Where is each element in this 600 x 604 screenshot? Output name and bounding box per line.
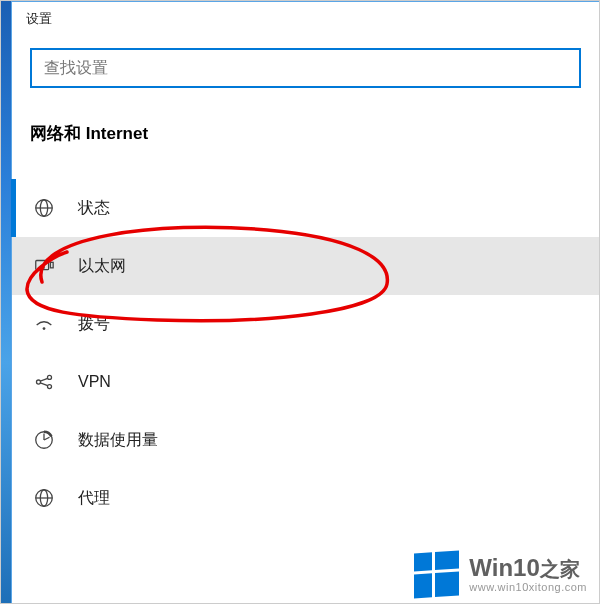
watermark-suffix: 之家	[540, 558, 580, 580]
windows-logo-icon	[414, 550, 459, 598]
sidebar-item-label: 拨号	[78, 314, 110, 335]
svg-point-11	[47, 385, 51, 389]
sidebar-item-status[interactable]: 状态	[12, 179, 599, 237]
window-title: 设置	[12, 2, 599, 32]
svg-point-10	[47, 375, 51, 379]
watermark-url: www.win10xitong.com	[469, 582, 587, 593]
svg-rect-4	[50, 262, 53, 268]
svg-point-8	[43, 327, 46, 330]
sidebar-item-label: 代理	[78, 488, 110, 509]
watermark-text: Win10之家 www.win10xitong.com	[469, 556, 587, 593]
svg-rect-3	[36, 261, 49, 270]
watermark-brand: Win10	[469, 554, 539, 581]
svg-line-16	[44, 437, 50, 440]
data-usage-icon	[32, 428, 56, 452]
sidebar-item-label: 数据使用量	[78, 430, 158, 451]
globe-icon	[32, 196, 56, 220]
vpn-icon	[32, 370, 56, 394]
proxy-icon	[32, 486, 56, 510]
sidebar-item-label: 状态	[78, 198, 110, 219]
dialup-icon	[32, 312, 56, 336]
svg-line-13	[40, 383, 47, 386]
settings-window: 设置 网络和 Internet 状态 以太网 拨号	[11, 1, 599, 603]
sidebar-item-dialup[interactable]: 拨号	[12, 295, 599, 353]
svg-point-9	[36, 380, 40, 384]
sidebar-item-proxy[interactable]: 代理	[12, 469, 599, 527]
sidebar-menu: 状态 以太网 拨号 VPN 数据使用量	[12, 163, 599, 527]
sidebar-item-ethernet[interactable]: 以太网	[12, 237, 599, 295]
watermark: Win10之家 www.win10xitong.com	[414, 552, 587, 597]
sidebar-item-label: VPN	[78, 373, 111, 391]
svg-line-12	[40, 378, 47, 381]
sidebar-item-data-usage[interactable]: 数据使用量	[12, 411, 599, 469]
search-container	[12, 32, 599, 98]
sidebar-item-label: 以太网	[78, 256, 126, 277]
desktop-edge	[1, 1, 11, 603]
ethernet-icon	[32, 254, 56, 278]
section-title: 网络和 Internet	[12, 98, 599, 163]
search-input[interactable]	[30, 48, 581, 88]
sidebar-item-vpn[interactable]: VPN	[12, 353, 599, 411]
